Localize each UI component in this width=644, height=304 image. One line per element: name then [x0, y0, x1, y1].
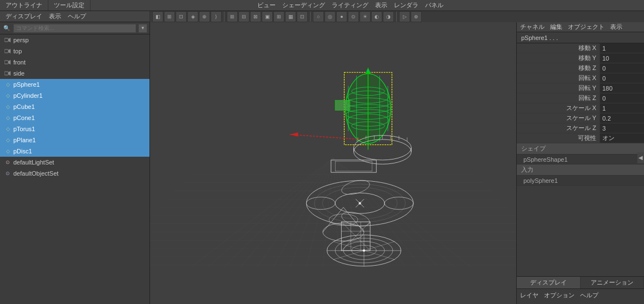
viewport-view-menu[interactable]: ビュー	[254, 1, 279, 9]
tool-btn-7[interactable]: ⊞	[227, 11, 238, 22]
tools-menu[interactable]: ツール設定	[51, 1, 88, 9]
tool-btn-13[interactable]: ⊡	[297, 11, 308, 22]
tree-item-top-label: top	[13, 48, 22, 54]
tree-item-pplane1[interactable]: ◇ pPlane1	[0, 134, 149, 146]
channel-row-sy[interactable]: スケール Y 0.2	[517, 113, 644, 123]
channel-row-ty[interactable]: 移動 Y 10	[517, 53, 644, 63]
channel-label-vis: 可視性	[517, 134, 600, 142]
view-menu[interactable]: 表示	[46, 12, 64, 21]
tree-item-pcylinder1[interactable]: ◇ pCylinder1	[0, 90, 149, 101]
tool-btn-4[interactable]: ◈	[187, 11, 198, 22]
input-name-row: polySphere1	[517, 176, 644, 186]
tree-item-defaultlightset[interactable]: ⊙ defaultLightSet	[0, 157, 149, 168]
channel-value-vis[interactable]: オン	[600, 133, 644, 143]
tree-item-front[interactable]: front	[0, 57, 149, 68]
tool-btn-9[interactable]: ⊠	[250, 11, 261, 22]
option-menu[interactable]: オプション	[544, 291, 575, 300]
toolbar-group-1: ◧ ⊞ ⊡ ◈ ⊕ ⟩	[152, 11, 222, 22]
set-icon: ⊙	[4, 170, 11, 177]
tree-item-side-label: side	[13, 70, 24, 77]
channel-value-tx[interactable]: 1	[600, 43, 644, 53]
tool-btn-15[interactable]: ◎	[325, 11, 336, 22]
viewport-panels-menu[interactable]: パネル	[422, 1, 447, 9]
tool-btn-20[interactable]: ◑	[383, 11, 394, 22]
tool-settings-section[interactable]: ツール設定	[48, 0, 91, 11]
tool-btn-2[interactable]: ⊞	[164, 11, 175, 22]
input-section-header[interactable]: 入力	[517, 165, 644, 176]
shape-icon-pdisc1: ◇	[4, 148, 11, 155]
tree-item-pcone1[interactable]: ◇ pCone1	[0, 112, 149, 123]
tool-btn-22[interactable]: ⊕	[411, 11, 422, 22]
tool-btn-1[interactable]: ◧	[152, 11, 163, 22]
tool-btn-11[interactable]: ⊞	[273, 11, 284, 22]
tool-btn-14[interactable]: ○	[313, 11, 324, 22]
tool-btn-16[interactable]: ●	[336, 11, 347, 22]
viewport-renderer-menu[interactable]: レンダラ	[391, 1, 422, 9]
channelbox-title-bar: チャネル 編集 オブジェクト 表示	[517, 22, 644, 32]
channel-value-sy[interactable]: 0.2	[600, 113, 644, 123]
shape-section-header[interactable]: シェイプ	[517, 143, 644, 155]
tool-btn-3[interactable]: ⊡	[176, 11, 187, 22]
tree-item-objectset-label: defaultObjectSet	[13, 170, 58, 177]
channel-value-rz[interactable]: 0	[600, 93, 644, 103]
outliner-panel: 🔍 ▼ persp top	[0, 22, 150, 304]
channel-label-sy: スケール Y	[517, 114, 600, 122]
channel-tab[interactable]: チャネル	[520, 23, 545, 31]
tool-btn-21[interactable]: ▷	[399, 11, 410, 22]
channel-value-sz[interactable]: 3	[600, 123, 644, 133]
channel-row-sz[interactable]: スケール Z 3	[517, 123, 644, 133]
channel-row-vis[interactable]: 可視性 オン	[517, 133, 644, 143]
viewport-shading-menu[interactable]: シェーディング	[279, 1, 328, 9]
display-tab[interactable]: ディスプレイ	[517, 277, 581, 288]
collapse-icon: ◀	[638, 155, 643, 161]
channel-row-sx[interactable]: スケール X 1	[517, 103, 644, 113]
tree-item-side[interactable]: side	[0, 68, 149, 79]
outliner-tree: persp top front side	[0, 34, 149, 304]
layer-menu[interactable]: レイヤ	[520, 291, 538, 300]
viewport-show-menu[interactable]: 表示	[372, 1, 391, 9]
display-menu[interactable]: ディスプレイ	[2, 12, 46, 21]
channelbox-bottom: ディスプレイ アニメーション レイヤ オプション ヘルプ	[517, 276, 644, 304]
tool-btn-8[interactable]: ⊟	[238, 11, 249, 22]
help-menu[interactable]: ヘルプ	[64, 12, 89, 21]
tool-btn-6[interactable]: ⟩	[211, 11, 222, 22]
channel-value-sx[interactable]: 1	[600, 103, 644, 113]
channel-value-ty[interactable]: 10	[600, 53, 644, 63]
tree-item-pcube1[interactable]: ◇ pCube1	[0, 101, 149, 112]
tool-btn-17[interactable]: ⊙	[348, 11, 359, 22]
channel-row-tx[interactable]: 移動 X 1	[517, 43, 644, 53]
tool-btn-5[interactable]: ⊕	[199, 11, 210, 22]
tree-item-defaultobjectset[interactable]: ⊙ defaultObjectSet	[0, 168, 149, 179]
panel-collapse-arrow[interactable]: ◀	[637, 152, 644, 163]
search-input[interactable]	[13, 24, 136, 33]
tool-btn-19[interactable]: ◐	[371, 11, 382, 22]
channelbox-channels: 移動 X 1 移動 Y 10 移動 Z 0 回転 X 0 回転 Y 180 回転…	[517, 43, 644, 276]
channel-row-tz[interactable]: 移動 Z 0	[517, 63, 644, 73]
animation-tab[interactable]: アニメーション	[581, 277, 645, 288]
channel-value-ry[interactable]: 180	[600, 83, 644, 93]
tree-item-pdisc1[interactable]: ◇ pDisc1	[0, 146, 149, 157]
edit-tab[interactable]: 編集	[550, 23, 562, 31]
tree-item-psphere1[interactable]: ◇ pSphere1	[0, 79, 149, 90]
show-tab[interactable]: 表示	[610, 23, 622, 31]
help-menu-bottom[interactable]: ヘルプ	[580, 291, 598, 300]
channel-row-ry[interactable]: 回転 Y 180	[517, 83, 644, 93]
tool-btn-12[interactable]: ▦	[285, 11, 296, 22]
tool-btn-10[interactable]: ▣	[262, 11, 273, 22]
bottom-tabs: ディスプレイ アニメーション	[517, 277, 644, 289]
tree-item-ptorus1[interactable]: ◇ pTorus1	[0, 123, 149, 134]
object-tab[interactable]: オブジェクト	[568, 23, 605, 31]
channel-row-rx[interactable]: 回転 X 0	[517, 73, 644, 83]
channelbox-object-name: pSphere1 . . .	[517, 32, 644, 43]
channel-label-tx: 移動 X	[517, 44, 600, 52]
search-dropdown-btn[interactable]: ▼	[138, 24, 147, 33]
tool-btn-18[interactable]: ☀	[360, 11, 371, 22]
tree-item-persp[interactable]: persp	[0, 34, 149, 46]
channel-value-tz[interactable]: 0	[600, 63, 644, 73]
viewport-lighting-menu[interactable]: ライティング	[328, 1, 372, 9]
tree-item-top[interactable]: top	[0, 46, 149, 57]
channel-row-rz[interactable]: 回転 Z 0	[517, 93, 644, 103]
viewport-canvas[interactable]	[150, 22, 516, 304]
channel-value-rx[interactable]: 0	[600, 73, 644, 83]
camera-icon-side	[4, 70, 11, 77]
